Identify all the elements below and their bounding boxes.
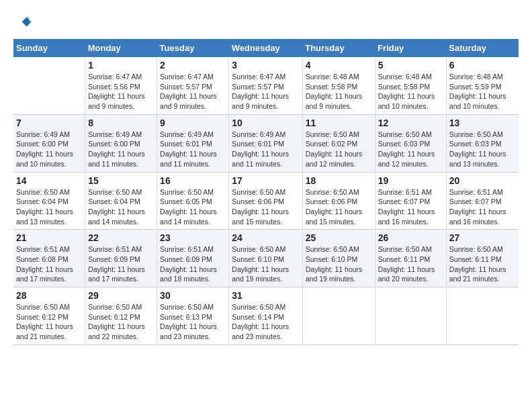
day-info: Sunrise: 6:50 AM Sunset: 6:06 PM Dayligh… [232,187,299,227]
day-cell: 2Sunrise: 6:47 AM Sunset: 5:57 PM Daylig… [157,57,229,114]
day-number: 26 [378,232,443,243]
day-number: 10 [232,118,299,128]
col-header-sunday: Sunday [13,39,85,57]
logo [13,13,35,32]
day-cell: 21Sunrise: 6:51 AM Sunset: 6:08 PM Dayli… [13,230,85,287]
day-cell [446,287,519,345]
day-info: Sunrise: 6:51 AM Sunset: 6:09 PM Dayligh… [88,244,154,284]
day-info: Sunrise: 6:50 AM Sunset: 6:12 PM Dayligh… [16,302,82,342]
day-info: Sunrise: 6:50 AM Sunset: 6:03 PM Dayligh… [449,130,516,169]
day-info: Sunrise: 6:50 AM Sunset: 6:12 PM Dayligh… [88,302,154,342]
week-row-4: 21Sunrise: 6:51 AM Sunset: 6:08 PM Dayli… [13,230,519,287]
day-number: 31 [232,290,299,301]
day-cell: 24Sunrise: 6:50 AM Sunset: 6:10 PM Dayli… [229,230,302,287]
day-cell: 10Sunrise: 6:49 AM Sunset: 6:01 PM Dayli… [229,114,302,172]
day-info: Sunrise: 6:48 AM Sunset: 5:59 PM Dayligh… [449,72,516,111]
day-number: 23 [160,232,226,243]
column-headers: SundayMondayTuesdayWednesdayThursdayFrid… [13,39,519,57]
day-info: Sunrise: 6:49 AM Sunset: 6:01 PM Dayligh… [160,130,226,169]
day-cell: 31Sunrise: 6:50 AM Sunset: 6:14 PM Dayli… [229,287,302,345]
day-number: 5 [378,60,443,71]
col-header-tuesday: Tuesday [157,39,229,57]
col-header-saturday: Saturday [446,39,519,57]
day-cell: 4Sunrise: 6:48 AM Sunset: 5:58 PM Daylig… [302,57,375,114]
day-cell: 8Sunrise: 6:49 AM Sunset: 6:00 PM Daylig… [85,114,157,172]
day-number: 15 [88,175,154,186]
day-info: Sunrise: 6:50 AM Sunset: 6:10 PM Dayligh… [232,244,299,284]
day-number: 18 [306,175,372,186]
day-info: Sunrise: 6:51 AM Sunset: 6:09 PM Dayligh… [160,244,226,284]
day-number: 2 [160,60,226,71]
day-number: 29 [88,290,154,301]
day-cell: 1Sunrise: 6:47 AM Sunset: 5:56 PM Daylig… [85,57,157,114]
day-number: 19 [378,175,443,186]
day-info: Sunrise: 6:49 AM Sunset: 6:01 PM Dayligh… [232,130,299,169]
day-number: 8 [88,118,154,128]
day-info: Sunrise: 6:50 AM Sunset: 6:03 PM Dayligh… [378,130,443,169]
week-row-1: 1Sunrise: 6:47 AM Sunset: 5:56 PM Daylig… [13,57,519,114]
day-number: 13 [449,118,516,128]
day-cell: 11Sunrise: 6:50 AM Sunset: 6:02 PM Dayli… [302,114,375,172]
day-info: Sunrise: 6:47 AM Sunset: 5:57 PM Dayligh… [232,72,299,111]
day-number: 12 [378,118,443,128]
day-info: Sunrise: 6:50 AM Sunset: 6:10 PM Dayligh… [306,244,372,284]
day-number: 27 [449,232,516,243]
day-info: Sunrise: 6:51 AM Sunset: 6:08 PM Dayligh… [16,244,82,284]
col-header-monday: Monday [85,39,157,57]
day-number: 14 [16,175,82,186]
day-info: Sunrise: 6:50 AM Sunset: 6:02 PM Dayligh… [306,130,372,169]
day-number: 28 [16,290,82,301]
day-info: Sunrise: 6:50 AM Sunset: 6:05 PM Dayligh… [160,187,226,227]
day-number: 11 [306,118,372,128]
week-row-5: 28Sunrise: 6:50 AM Sunset: 6:12 PM Dayli… [13,287,519,345]
day-cell: 28Sunrise: 6:50 AM Sunset: 6:12 PM Dayli… [13,287,85,345]
day-info: Sunrise: 6:48 AM Sunset: 5:58 PM Dayligh… [378,72,443,111]
day-cell: 20Sunrise: 6:51 AM Sunset: 6:07 PM Dayli… [446,172,519,230]
day-info: Sunrise: 6:51 AM Sunset: 6:07 PM Dayligh… [378,187,443,227]
day-cell: 23Sunrise: 6:51 AM Sunset: 6:09 PM Dayli… [157,230,229,287]
day-number: 1 [88,60,154,71]
day-info: Sunrise: 6:50 AM Sunset: 6:04 PM Dayligh… [88,187,154,227]
day-number: 16 [160,175,226,186]
day-number: 4 [306,60,372,71]
calendar-table: SundayMondayTuesdayWednesdayThursdayFrid… [13,39,519,345]
day-info: Sunrise: 6:49 AM Sunset: 6:00 PM Dayligh… [88,130,154,169]
day-number: 25 [306,232,372,243]
day-info: Sunrise: 6:50 AM Sunset: 6:11 PM Dayligh… [378,244,443,284]
day-number: 24 [232,232,299,243]
day-info: Sunrise: 6:47 AM Sunset: 5:57 PM Dayligh… [160,72,226,111]
day-cell: 30Sunrise: 6:50 AM Sunset: 6:13 PM Dayli… [157,287,229,345]
day-cell: 15Sunrise: 6:50 AM Sunset: 6:04 PM Dayli… [85,172,157,230]
col-header-thursday: Thursday [302,39,375,57]
day-cell: 12Sunrise: 6:50 AM Sunset: 6:03 PM Dayli… [375,114,446,172]
day-number: 9 [160,118,226,128]
week-row-3: 14Sunrise: 6:50 AM Sunset: 6:04 PM Dayli… [13,172,519,230]
day-cell: 3Sunrise: 6:47 AM Sunset: 5:57 PM Daylig… [229,57,302,114]
day-number: 3 [232,60,299,71]
day-info: Sunrise: 6:50 AM Sunset: 6:14 PM Dayligh… [232,302,299,342]
day-cell: 26Sunrise: 6:50 AM Sunset: 6:11 PM Dayli… [375,230,446,287]
day-info: Sunrise: 6:49 AM Sunset: 6:00 PM Dayligh… [16,130,82,169]
week-row-2: 7Sunrise: 6:49 AM Sunset: 6:00 PM Daylig… [13,114,519,172]
day-number: 7 [16,118,82,128]
day-cell [13,57,85,114]
day-cell: 22Sunrise: 6:51 AM Sunset: 6:09 PM Dayli… [85,230,157,287]
day-cell: 6Sunrise: 6:48 AM Sunset: 5:59 PM Daylig… [446,57,519,114]
day-cell: 18Sunrise: 6:50 AM Sunset: 6:06 PM Dayli… [302,172,375,230]
day-info: Sunrise: 6:50 AM Sunset: 6:06 PM Dayligh… [306,187,372,227]
day-info: Sunrise: 6:51 AM Sunset: 6:07 PM Dayligh… [449,187,516,227]
day-cell [375,287,446,345]
day-cell [302,287,375,345]
day-info: Sunrise: 6:47 AM Sunset: 5:56 PM Dayligh… [88,72,154,111]
day-cell: 27Sunrise: 6:50 AM Sunset: 6:11 PM Dayli… [446,230,519,287]
day-cell: 25Sunrise: 6:50 AM Sunset: 6:10 PM Dayli… [302,230,375,287]
logo-icon [13,13,32,32]
day-cell: 14Sunrise: 6:50 AM Sunset: 6:04 PM Dayli… [13,172,85,230]
col-header-wednesday: Wednesday [229,39,302,57]
day-number: 22 [88,232,154,243]
day-cell: 16Sunrise: 6:50 AM Sunset: 6:05 PM Dayli… [157,172,229,230]
day-cell: 9Sunrise: 6:49 AM Sunset: 6:01 PM Daylig… [157,114,229,172]
day-info: Sunrise: 6:50 AM Sunset: 6:13 PM Dayligh… [160,302,226,342]
day-info: Sunrise: 6:50 AM Sunset: 6:11 PM Dayligh… [449,244,516,284]
day-info: Sunrise: 6:50 AM Sunset: 6:04 PM Dayligh… [16,187,82,227]
